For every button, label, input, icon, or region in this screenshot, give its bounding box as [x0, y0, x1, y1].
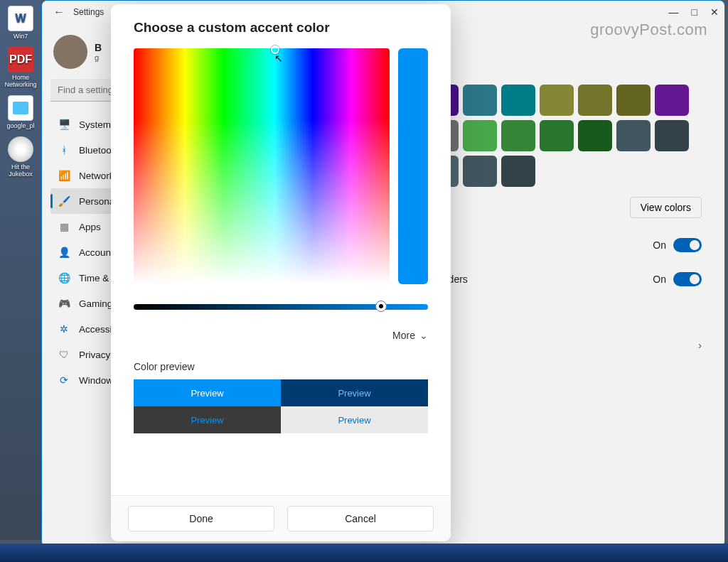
color-swatch[interactable]: [463, 120, 497, 151]
color-swatch[interactable]: [655, 120, 689, 151]
preview-label: Color preview: [134, 361, 428, 372]
taskbar[interactable]: [0, 544, 728, 562]
back-button[interactable]: ←: [48, 3, 70, 21]
color-swatch[interactable]: [463, 85, 497, 116]
color-swatch[interactable]: [540, 120, 574, 151]
personalization-icon: 🖌️: [58, 195, 70, 207]
current-color-strip: [398, 48, 428, 284]
color-swatch[interactable]: [578, 85, 612, 116]
color-swatch[interactable]: [578, 120, 612, 151]
avatar: [53, 35, 87, 69]
privacy-icon: 🛡: [58, 348, 70, 361]
sidebar-item-label: Gaming: [79, 298, 112, 309]
gaming-icon: 🎮: [58, 297, 70, 310]
color-swatch[interactable]: [501, 85, 535, 116]
value-slider[interactable]: [134, 304, 428, 310]
close-button[interactable]: ✕: [710, 6, 719, 18]
update-icon: ⟳: [58, 374, 70, 387]
modal-title: Choose a custom accent color: [134, 20, 428, 36]
accounts-icon: 👤: [58, 246, 70, 259]
chevron-right-icon: ›: [698, 340, 702, 351]
time-icon: 🌐: [58, 271, 70, 284]
maximize-button[interactable]: □: [692, 6, 697, 18]
preview-light-bg: Preview: [281, 406, 428, 433]
color-swatch[interactable]: [616, 85, 651, 116]
desktop-icon[interactable]: Hit the Jukebox: [3, 136, 38, 178]
toggle-start-taskbar[interactable]: [673, 238, 702, 252]
profile-name: B: [95, 42, 102, 53]
profile-email: g: [95, 53, 102, 62]
preview-grid: Preview Preview Preview Preview: [134, 379, 428, 433]
color-swatch[interactable]: [501, 156, 535, 187]
desktop-icon[interactable]: PDFHome Networking: [3, 47, 38, 88]
color-swatch[interactable]: [616, 120, 651, 151]
sidebar-item-label: System: [79, 119, 111, 130]
color-swatch[interactable]: [501, 120, 535, 151]
more-toggle[interactable]: More⌄: [134, 330, 428, 341]
disc-icon: [8, 136, 33, 162]
preview-dark-bg: Preview: [134, 406, 281, 433]
docx-icon: W: [8, 6, 33, 31]
pdf-icon: PDF: [8, 47, 33, 72]
bluetooth-icon: ᚼ: [58, 144, 70, 156]
done-button[interactable]: Done: [128, 506, 274, 531]
chevron-down-icon: ⌄: [419, 330, 428, 341]
toggle-value: On: [653, 274, 666, 285]
accessibility-icon: ✲: [58, 323, 70, 335]
desktop-icon[interactable]: google_pl: [3, 95, 38, 129]
color-swatch[interactable]: [655, 85, 689, 116]
cursor-icon: ↖: [274, 53, 283, 64]
preview-light-accent: Preview: [134, 379, 281, 406]
toggle-value: On: [653, 239, 666, 251]
color-field[interactable]: ↖: [134, 48, 390, 284]
network-icon: 📶: [58, 169, 70, 182]
toggle-title-borders[interactable]: [673, 272, 702, 286]
apps-icon: ▦: [58, 220, 70, 233]
slider-thumb[interactable]: [375, 301, 387, 312]
desktop-icon[interactable]: WWin7: [3, 6, 38, 40]
color-picker-modal: Choose a custom accent color ↖ More⌄ Col…: [111, 4, 451, 541]
minimize-button[interactable]: —: [669, 6, 679, 18]
system-icon: 🖥️: [58, 118, 70, 131]
view-colors-button[interactable]: View colors: [630, 197, 702, 218]
image-icon: [8, 95, 33, 121]
color-swatch[interactable]: [463, 156, 497, 187]
sidebar-item-label: Apps: [79, 222, 101, 232]
color-swatch[interactable]: [540, 85, 574, 116]
cancel-button[interactable]: Cancel: [287, 506, 434, 531]
desktop: WWin7 PDFHome Networking google_pl Hit t…: [0, 0, 41, 540]
preview-dark-accent: Preview: [281, 379, 428, 406]
